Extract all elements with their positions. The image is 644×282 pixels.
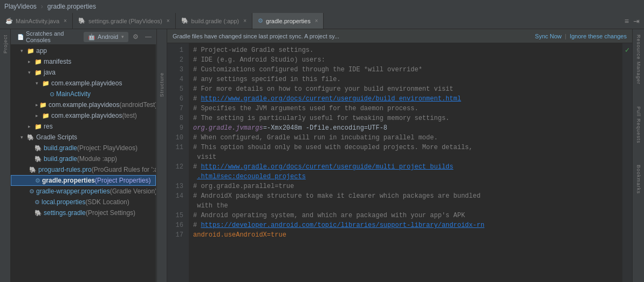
folder-icon-app: 📁 [27,48,35,55]
code-line-12: # http://www.gradle.org/docs/current/use… [193,162,618,172]
tree-item-res[interactable]: 📁 res [11,121,156,132]
props-icon-tree: ⚙ [35,177,40,184]
file-tree: 📁 app 📁 manifests 📁 java 📁 com.example.p… [11,44,156,282]
panel-header: 📄 Scratches and Consoles 🤖 Android ▾ ⚙ — [11,29,156,44]
code-line-7: # Specifies the JVM arguments used for t… [193,104,618,113]
code-line-1: # Project-wide Gradle settings. [193,45,618,55]
tab-main-activity[interactable]: ☕ MainActivity.java × [0,13,73,29]
file-tree-panel: 📄 Scratches and Consoles 🤖 Android ▾ ⚙ —… [11,29,156,282]
tab-list-icon[interactable]: ≡ [624,17,630,25]
code-content[interactable]: # Project-wide Gradle settings. # IDE (e… [189,43,622,282]
android-icon: 🤖 [88,33,95,41]
folder-icon-manifests: 📁 [35,58,42,65]
sync-now-link[interactable]: Sync Now [535,33,562,39]
code-line-5: # For more details on how to configure y… [193,84,618,94]
tab-settings-gradle[interactable]: 🐘 settings.gradle (PlayVideos) × [73,13,176,29]
title-file-name: gradle.properties [47,3,96,10]
wrapper-icon: ⚙ [29,188,35,195]
folder-icon-android-test: 📁 [39,102,47,109]
tree-item-com-example[interactable]: 📁 com.example.playvideos [11,78,156,89]
tree-item-unit-test[interactable]: 📁 com.example.playvideos (test) [11,110,156,121]
ignore-changes-link[interactable]: Ignore these changes [570,33,627,39]
close-tab-props[interactable]: × [315,18,318,24]
title-bar: PlayVideos › gradle.properties [0,0,644,13]
arrow-java [28,70,33,75]
folder-icon-unit-test: 📁 [42,112,50,119]
tree-item-android-test[interactable]: 📁 com.example.playvideos (androidTest) [11,99,156,110]
panel-settings-icon[interactable]: ⚙ [131,32,141,42]
tree-item-settings-gradle[interactable]: 🐘 settings.gradle (Project Settings) [11,207,156,218]
editor-panel: Gradle files have changed since last pro… [167,29,632,282]
tree-item-proguard[interactable]: 🐘 proguard-rules.pro (ProGuard Rules for… [11,164,156,175]
arrow-gradle-scripts [20,135,26,140]
java-icon: ☕ [5,17,13,24]
line-numbers: 1 2 3 4 5 6 7 8 9 10 11 12 13 14 15 16 1… [167,43,189,282]
arrow-res [28,124,33,129]
code-line-8: # The setting is particularly useful for… [193,113,618,123]
tab-expand-icon[interactable]: ⇥ [632,17,641,25]
notification-sep: | [565,33,566,39]
tree-item-main-activity[interactable]: ⊙ MainActivity [11,89,156,99]
tree-item-local-props[interactable]: ⚙ local.properties (SDK Location) [11,197,156,207]
resource-manager-label[interactable]: Resource Manager [636,35,641,85]
structure-label[interactable]: Structure [159,72,165,97]
arrow-android-test [36,102,38,108]
code-line-2: # IDE (e.g. Android Studio) users: [193,55,618,65]
code-line-14b: with the [193,201,618,211]
folder-icon-java: 📁 [35,69,42,76]
notification-text: Gradle files have changed since last pro… [173,33,532,39]
structure-strip: Structure [156,29,167,282]
code-line-17: android.useAndroidX=true [193,230,618,240]
tree-item-gradle-props[interactable]: ⚙ gradle.properties (Project Properties) [11,175,156,186]
gradle-scripts-icon: 🐘 [27,134,35,141]
local-props-icon: ⚙ [35,199,40,206]
bookmarks-label[interactable]: Bookmarks [636,165,641,194]
proguard-icon: 🐘 [29,166,37,173]
tab-build-gradle[interactable]: 🐘 build.gradle (:app) × [176,13,253,29]
right-gutter: ✓ [622,43,632,282]
validation-checkmark: ✓ [625,45,629,55]
tree-item-manifests[interactable]: 📁 manifests [11,56,156,67]
tree-item-gradle-wrapper[interactable]: ⚙ gradle-wrapper.properties (Gradle Vers… [11,186,156,197]
settings-gradle-icon: 🐘 [35,210,42,217]
project-side-strip: Project [0,29,11,282]
notification-bar: Gradle files have changed since last pro… [167,29,632,43]
code-line-11b: visit [193,152,618,162]
tab-actions: ≡ ⇥ [620,13,644,29]
tree-item-app[interactable]: 📁 app [11,45,156,56]
android-tab[interactable]: 🤖 Android ▾ [84,32,128,42]
close-tab-settings[interactable]: × [167,18,170,24]
tab-gradle-properties[interactable]: ⚙ gradle.properties × [252,13,324,29]
arrow-manifests [28,59,33,64]
tree-item-build-gradle-project[interactable]: 🐘 build.gradle (Project: PlayVideos) [11,143,156,153]
code-line-13: # org.gradle.parallel=true [193,182,618,191]
scratches-icon: 📄 [17,34,24,40]
app-name: PlayVideos [4,3,37,10]
project-strip-label[interactable]: Project [3,35,8,53]
android-tab-dropdown[interactable]: ▾ [121,34,124,39]
arrow-com-example [36,80,41,86]
code-editor: 1 2 3 4 5 6 7 8 9 10 11 12 13 14 15 16 1… [167,43,632,282]
gradle-icon-proj: 🐘 [35,145,42,152]
code-line-14: # AndroidX package structure to make it … [193,191,618,201]
scratches-consoles-tab[interactable]: 📄 Scratches and Consoles [13,29,81,45]
tree-item-build-gradle-module[interactable]: 🐘 build.gradle (Module :app) [11,153,156,164]
gradle-icon-build: 🐘 [181,17,189,24]
pull-requests-label[interactable]: Pull Requests [636,106,641,144]
close-tab-build[interactable]: × [243,18,246,24]
code-line-3: # Customizations configured through the … [193,65,618,75]
arrow-app [20,48,26,53]
tab-bar: ☕ MainActivity.java × 🐘 settings.gradle … [0,13,644,29]
folder-icon-res: 📁 [35,123,42,130]
code-line-12b: .html#sec:decoupled_projects [193,172,618,182]
code-line-11: # This option should only be used with d… [193,143,618,152]
code-line-15: # Android operating system, and which ar… [193,211,618,220]
tree-item-java[interactable]: 📁 java [11,67,156,78]
gradle-icon-mod: 🐘 [35,156,42,163]
panel-collapse-icon[interactable]: — [143,32,154,42]
close-tab-main-activity[interactable]: × [64,18,67,24]
code-line-16: # https://developer.android.com/topic/li… [193,220,618,230]
code-line-9: org.gradle.jvmargs=-Xmx2048m -Dfile.enco… [193,123,618,133]
code-line-6: # http://www.gradle.org/docs/current/use… [193,94,618,104]
tree-item-gradle-scripts[interactable]: 🐘 Gradle Scripts [11,132,156,143]
